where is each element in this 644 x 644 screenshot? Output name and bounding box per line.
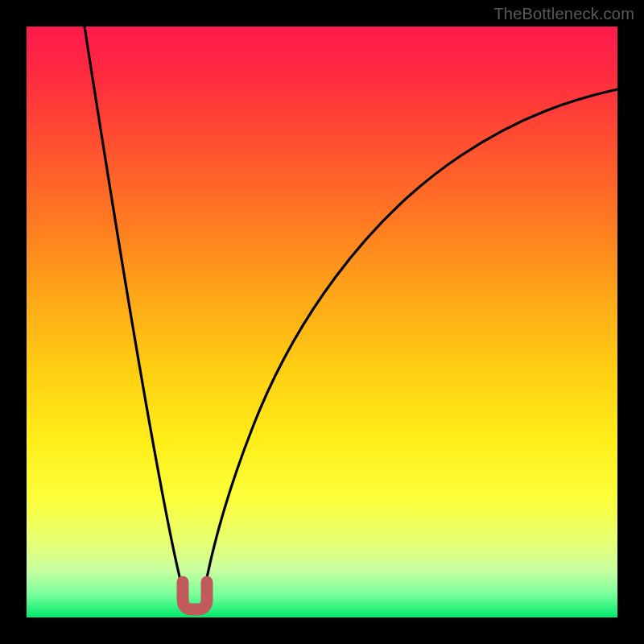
optimal-u-marker	[183, 582, 207, 609]
bottleneck-curves	[27, 27, 617, 617]
curve-right-branch	[203, 89, 617, 598]
watermark-text: TheBottleneck.com	[493, 5, 634, 23]
chart-plot-area	[27, 27, 617, 617]
curve-left-branch	[85, 27, 185, 598]
